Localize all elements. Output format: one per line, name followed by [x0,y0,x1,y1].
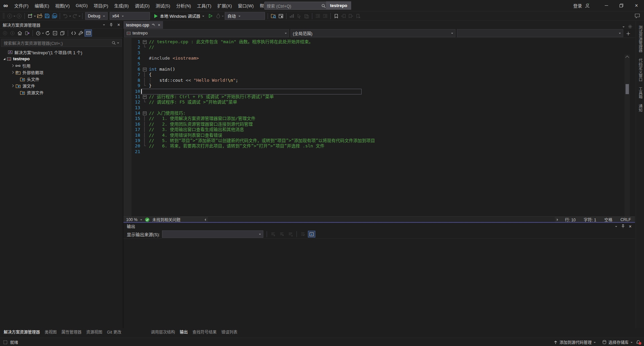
toggle-bookmark-icon[interactable] [333,12,339,20]
se-sync-active-document-icon[interactable] [23,29,31,37]
document-tab-testrepo-cpp[interactable]: testrepo.cpp × [123,21,163,29]
code-line-10[interactable]: 10 [123,89,375,94]
tree-collapsed-arrow-icon[interactable] [11,71,14,74]
close-panel-icon[interactable]: × [117,22,120,27]
undo-icon[interactable] [62,12,69,20]
se-properties-icon[interactable] [77,29,85,37]
right-autohide-tab-1[interactable]: 代码定义窗口 [636,57,644,83]
undo-dropdown[interactable] [69,16,71,18]
code-line-15[interactable]: 15│// 1. 使用解决方案资源管理器窗口添加/管理文件 [123,116,375,121]
solution-explorer-titlebar[interactable]: 解决方案资源管理器 × [0,21,123,28]
tree-item-0[interactable]: 解决方案“testrepo”(1 个项目/共 1 个) [0,49,123,56]
menu-item-11[interactable]: 窗口(W) [235,0,257,11]
fold-collapse-icon[interactable] [140,67,149,72]
save-icon[interactable] [44,12,50,20]
window-position-dropdown[interactable] [103,24,105,26]
new-project-icon[interactable] [27,12,34,20]
open-folder-icon[interactable] [36,12,43,20]
left-dock-tab-0[interactable]: 解决方案资源管理器 [1,329,42,335]
save-all-icon[interactable] [51,12,58,20]
autoscroll-toggle-icon[interactable] [308,231,315,237]
output-titlebar[interactable]: 输出 × [123,223,635,230]
project-dropdown[interactable]: ++ testrepo [124,29,289,37]
left-dock-tab-4[interactable]: Git 更改 [105,329,124,335]
horizontal-scrollbar[interactable] [208,217,555,222]
se-home-icon[interactable] [16,29,23,37]
code-line-18[interactable]: 18│// 4. 使用错误列表窗口查看错误 [123,133,375,138]
goto-next-message-icon[interactable] [278,231,285,237]
left-dock-tab-3[interactable]: 资源视图 [84,329,105,335]
add-to-source-control-button[interactable]: 添加到源代码管理 [550,338,599,346]
bottom-dock-tab-3[interactable]: 错误列表 [219,329,240,335]
menu-item-7[interactable]: 测试(S) [153,0,173,11]
navigate-back-dropdown[interactable] [13,16,15,18]
tree-collapsed-arrow-icon[interactable] [11,64,14,67]
start-without-debugging-icon[interactable] [207,12,214,20]
se-preview-selected-items-icon[interactable] [85,29,92,37]
word-wrap-icon[interactable] [299,231,307,237]
solution-explorer-search-input[interactable]: 搜索解决方案资源管理器(Ctrl+;) [1,39,122,47]
menu-item-6[interactable]: 调试(D) [132,0,153,11]
menu-item-9[interactable]: 工具(T) [194,0,214,11]
code-lines[interactable]: 1// testrepo.cpp : 此文件包含 "main" 函数。程序执行将… [123,39,375,154]
sign-in-button[interactable]: 登录 [573,2,582,9]
fold-collapse-icon[interactable] [140,39,149,45]
health-message[interactable]: 未找到相关问题 [152,217,180,222]
scope-dropdown[interactable]: (全局范围) [290,29,455,37]
navigate-back-icon[interactable] [6,12,13,20]
zoom-level-dropdown[interactable]: 100 % [123,217,145,222]
code-line-20[interactable]: 20└// 6. 将来，若要再次打开此项目，请转到“文件”>“打开”>“项目”并… [123,143,375,149]
select-repository-button[interactable]: 选择存储库 [599,338,636,346]
background-tasks-icon[interactable] [3,340,7,344]
member-dropdown[interactable] [457,29,623,37]
notifications-bell-icon[interactable] [636,340,641,345]
menu-item-4[interactable]: 项目(P) [91,0,111,11]
vertical-scroll-thumb[interactable] [626,84,629,94]
code-line-11[interactable]: 11// 运行程序: Ctrl + F5 或调试 >“开始执行(不调试)”菜单 [123,94,375,99]
tree-expanded-arrow-icon[interactable] [3,58,5,60]
menu-item-0[interactable]: 文件(F) [11,0,32,11]
pin-icon[interactable] [621,224,625,228]
menu-item-10[interactable]: 扩展(X) [214,0,235,11]
code-line-9[interactable]: 9└} [123,83,375,88]
code-line-2[interactable]: 2└// [123,45,375,50]
output-source-dropdown[interactable] [162,230,263,238]
menu-item-3[interactable]: Git(G) [73,0,91,11]
navigate-forward-icon[interactable] [16,12,22,20]
quick-search-input[interactable]: 搜索 (Ctrl+Q) [264,2,328,10]
fold-collapse-icon[interactable] [140,111,149,116]
account-avatar-icon[interactable]: + [585,3,590,8]
auto-dropdown[interactable]: 自动 [225,12,265,20]
pin-icon[interactable] [109,23,113,27]
right-autohide-tab-3[interactable]: 通知 [636,103,644,113]
se-back-icon[interactable] [1,29,9,37]
hscroll-right-arrow[interactable] [557,218,559,221]
tree-item-4[interactable]: 头文件 [0,76,123,82]
se-refresh-icon[interactable] [44,29,51,37]
tree-collapsed-arrow-icon[interactable] [11,84,14,87]
hscroll-left-arrow[interactable] [203,218,206,221]
se-view-code-icon[interactable] [70,29,77,37]
bottom-dock-tab-2[interactable]: 查找符号结果 [190,329,219,335]
tree-item-5[interactable]: 源文件 [0,82,123,89]
previous-bookmark-icon[interactable] [340,12,347,20]
output-content[interactable] [123,239,635,322]
output-window-dropdown[interactable] [615,226,617,228]
se-show-all-files-icon[interactable] [59,29,66,37]
menu-item-8[interactable]: 分析(N) [173,0,194,11]
code-line-21[interactable]: 21 [123,149,375,154]
tree-item-1[interactable]: +‡testrepo [0,56,123,62]
menu-item-1[interactable]: 编辑(E) [32,0,52,11]
open-documents-dropdown[interactable] [623,26,625,28]
fold-collapse-icon[interactable] [140,94,149,99]
code-line-4[interactable]: 4#include <iostream> [123,56,375,61]
split-editor-button[interactable]: ＋ [626,30,631,37]
code-line-5[interactable]: 5 [123,61,375,67]
code-line-12[interactable]: 12└// 调试程序: F5 或调试 >“开始调试”菜单 [123,99,375,105]
right-autohide-tab-0[interactable]: 测试资源管理器 [636,24,644,54]
code-line-13[interactable]: 13 [123,105,375,111]
code-line-7[interactable]: 7│{ [123,72,375,77]
clear-bookmarks-icon[interactable] [355,12,362,20]
preview-window-icon[interactable] [277,12,284,20]
decrease-indent-icon[interactable] [314,12,321,20]
